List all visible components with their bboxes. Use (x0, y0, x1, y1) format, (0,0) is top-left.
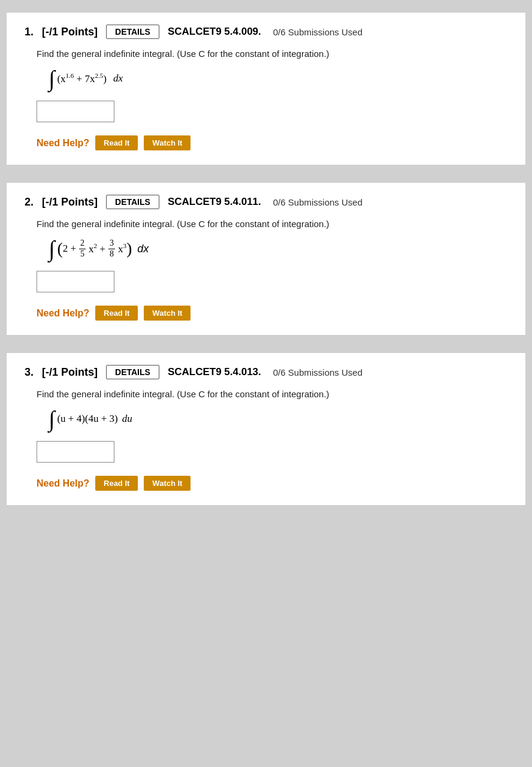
problem-body-2: Find the general indefinite integral. (U… (25, 219, 507, 321)
need-help-label-1: Need Help? (37, 138, 89, 149)
problem-code-2: SCALCET9 5.4.011. (168, 196, 261, 208)
details-button-2[interactable]: DETAILS (106, 195, 159, 209)
open-paren-2: ( (57, 240, 62, 257)
read-it-button-1[interactable]: Read It (95, 135, 138, 150)
need-help-row-2: Need Help? Read It Watch It (37, 306, 507, 321)
points-label-2: [-/1 Points] (42, 196, 98, 209)
watch-it-button-1[interactable]: Watch It (144, 135, 191, 150)
close-paren-2: ) (126, 240, 132, 257)
math-display-3: ∫ (u + 4)(4u + 3) du (49, 407, 507, 430)
points-label-1: [-/1 Points] (42, 26, 98, 38)
read-it-button-2[interactable]: Read It (95, 306, 138, 321)
const-2: 2 + (63, 243, 76, 255)
math-expr-3: (u + 4)(4u + 3) du (57, 413, 132, 425)
math-expr-1: (x1.6 + 7x2.5) dx (57, 72, 123, 85)
problem-body-1: Find the general indefinite integral. (U… (25, 49, 507, 150)
answer-box-2[interactable] (37, 271, 114, 292)
problem-body-3: Find the general indefinite integral. (U… (25, 389, 507, 491)
x2-2: x2 + (89, 242, 105, 255)
problem-number-3: 3. (25, 366, 34, 379)
dx-2: dx (134, 243, 149, 255)
watch-it-button-3[interactable]: Watch It (144, 476, 191, 491)
need-help-row-1: Need Help? Read It Watch It (37, 135, 507, 150)
problem-number-1: 1. (25, 26, 34, 38)
answer-box-3[interactable] (37, 441, 114, 463)
math-text-1: (x1.6 + 7x2.5) (57, 72, 106, 85)
need-help-label-2: Need Help? (37, 308, 89, 319)
x3-2: x3 (118, 242, 126, 255)
instruction-1: Find the general indefinite integral. (U… (37, 49, 507, 59)
problem-code-3: SCALCET9 5.4.013. (168, 366, 261, 378)
submissions-3: 0/6 Submissions Used (273, 367, 362, 378)
instruction-2: Find the general indefinite integral. (U… (37, 219, 507, 229)
frac2-2: 3 8 (108, 238, 115, 259)
integral-sign-3: ∫ (49, 407, 55, 430)
problem-number-2: 2. (25, 196, 34, 209)
instruction-3: Find the general indefinite integral. (U… (37, 389, 507, 399)
problem-header-2: 2. [-/1 Points] DETAILS SCALCET9 5.4.011… (25, 195, 507, 209)
details-button-3[interactable]: DETAILS (106, 365, 159, 379)
math-expr-2: 2 + 2 5 x2 + 3 8 x3 (63, 238, 126, 259)
problem-header-3: 3. [-/1 Points] DETAILS SCALCET9 5.4.013… (25, 365, 507, 379)
problem-code-1: SCALCET9 5.4.009. (168, 26, 261, 38)
need-help-row-3: Need Help? Read It Watch It (37, 476, 507, 491)
problem-card-3: 3. [-/1 Points] DETAILS SCALCET9 5.4.013… (6, 352, 526, 506)
read-it-button-3[interactable]: Read It (95, 476, 138, 491)
math-display-2: ∫ ( 2 + 2 5 x2 + 3 8 x3 ) dx (49, 237, 507, 260)
points-label-3: [-/1 Points] (42, 366, 98, 379)
problem-header-1: 1. [-/1 Points] DETAILS SCALCET9 5.4.009… (25, 25, 507, 39)
frac1-2: 2 5 (79, 238, 86, 259)
submissions-2: 0/6 Submissions Used (273, 197, 362, 207)
watch-it-button-2[interactable]: Watch It (144, 306, 191, 321)
submissions-1: 0/6 Submissions Used (273, 27, 362, 37)
problem-card-2: 2. [-/1 Points] DETAILS SCALCET9 5.4.011… (6, 182, 526, 336)
integral-sign-2: ∫ (49, 237, 55, 260)
details-button-1[interactable]: DETAILS (106, 25, 159, 39)
math-display-1: ∫ (x1.6 + 7x2.5) dx (49, 67, 507, 90)
answer-box-1[interactable] (37, 101, 114, 122)
problem-card-1: 1. [-/1 Points] DETAILS SCALCET9 5.4.009… (6, 12, 526, 165)
dx-1: dx (111, 73, 123, 84)
integral-sign-1: ∫ (49, 67, 55, 90)
need-help-label-3: Need Help? (37, 478, 89, 489)
